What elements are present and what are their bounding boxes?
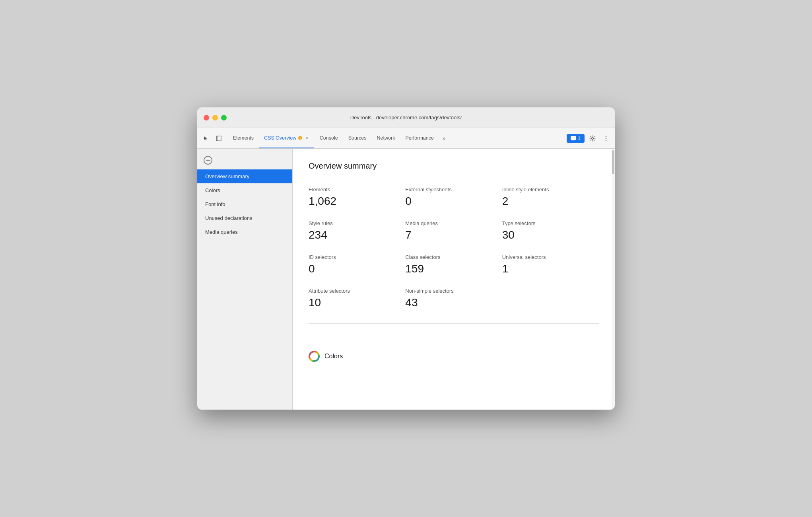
section-divider bbox=[309, 323, 599, 324]
stat-id-selectors: ID selectors 0 bbox=[309, 249, 405, 283]
stat-empty bbox=[502, 283, 599, 317]
more-options-icon[interactable] bbox=[600, 133, 612, 144]
svg-point-7 bbox=[606, 138, 606, 138]
no-entry-icon-container bbox=[197, 152, 292, 168]
stat-universal-selectors: Universal selectors 1 bbox=[502, 249, 599, 283]
tab-sources[interactable]: Sources bbox=[344, 128, 371, 148]
sidebar-item-font-info[interactable]: Font info bbox=[197, 197, 292, 211]
colors-section-label: Colors bbox=[324, 353, 343, 360]
content-panel: Overview summary Elements 1,062 External… bbox=[293, 149, 615, 410]
svg-point-6 bbox=[606, 136, 606, 136]
tab-bar: Elements CSS Overview ! × Console Source… bbox=[197, 128, 615, 149]
sidebar-item-overview-summary[interactable]: Overview summary bbox=[197, 169, 292, 183]
dock-icon[interactable] bbox=[213, 133, 224, 144]
sidebar-item-unused-declarations[interactable]: Unused declarations bbox=[197, 211, 292, 225]
svg-text:!: ! bbox=[300, 136, 301, 140]
more-tabs-button[interactable]: » bbox=[439, 128, 449, 148]
svg-point-9 bbox=[309, 352, 319, 361]
colors-ring-icon bbox=[309, 351, 320, 362]
toolbar-icons bbox=[200, 128, 224, 148]
tab-css-overview[interactable]: CSS Overview ! × bbox=[259, 128, 314, 148]
warning-icon: ! bbox=[298, 136, 303, 140]
svg-point-5 bbox=[592, 137, 594, 139]
tab-network[interactable]: Network bbox=[372, 128, 400, 148]
devtools-window: DevTools - developer.chrome.com/tags/dev… bbox=[197, 107, 615, 410]
tab-elements[interactable]: Elements bbox=[228, 128, 258, 148]
scrollbar-track[interactable] bbox=[612, 149, 615, 410]
stat-non-simple-selectors: Non-simple selectors 43 bbox=[405, 283, 502, 317]
maximize-button[interactable] bbox=[221, 115, 227, 121]
sidebar-item-media-queries[interactable]: Media queries bbox=[197, 225, 292, 239]
svg-rect-1 bbox=[216, 136, 218, 141]
chat-button[interactable]: 1 bbox=[567, 134, 585, 143]
tab-performance[interactable]: Performance bbox=[400, 128, 439, 148]
no-entry-icon bbox=[204, 156, 212, 165]
svg-rect-4 bbox=[571, 136, 576, 140]
stat-media-queries: Media queries 7 bbox=[405, 216, 502, 249]
title-bar: DevTools - developer.chrome.com/tags/dev… bbox=[197, 107, 615, 128]
window-title: DevTools - developer.chrome.com/tags/dev… bbox=[350, 115, 462, 121]
page-title: Overview summary bbox=[309, 161, 599, 171]
close-button[interactable] bbox=[204, 115, 209, 121]
svg-point-8 bbox=[606, 140, 606, 140]
stat-attribute-selectors: Attribute selectors 10 bbox=[309, 283, 405, 317]
stat-style-rules: Style rules 234 bbox=[309, 216, 405, 249]
traffic-lights bbox=[204, 115, 227, 121]
tab-console[interactable]: Console bbox=[315, 128, 343, 148]
stat-inline-style-elements: Inline style elements 2 bbox=[502, 182, 599, 216]
stats-grid: Elements 1,062 External stylesheets 0 In… bbox=[309, 182, 599, 317]
stat-type-selectors: Type selectors 30 bbox=[502, 216, 599, 249]
stat-external-stylesheets: External stylesheets 0 bbox=[405, 182, 502, 216]
colors-section: Colors bbox=[293, 343, 615, 370]
cursor-icon[interactable] bbox=[200, 133, 212, 144]
sidebar: Overview summary Colors Font info Unused… bbox=[197, 149, 293, 410]
content-inner: Overview summary Elements 1,062 External… bbox=[293, 149, 615, 343]
stat-elements: Elements 1,062 bbox=[309, 182, 405, 216]
sidebar-item-colors[interactable]: Colors bbox=[197, 183, 292, 197]
scrollbar-thumb[interactable] bbox=[612, 150, 614, 174]
tab-close-button[interactable]: × bbox=[304, 135, 309, 141]
main-content: Overview summary Colors Font info Unused… bbox=[197, 149, 615, 410]
stat-class-selectors: Class selectors 159 bbox=[405, 249, 502, 283]
minimize-button[interactable] bbox=[212, 115, 218, 121]
settings-icon[interactable] bbox=[587, 133, 598, 144]
tab-bar-right: 1 bbox=[567, 128, 612, 148]
chat-icon bbox=[571, 136, 576, 141]
